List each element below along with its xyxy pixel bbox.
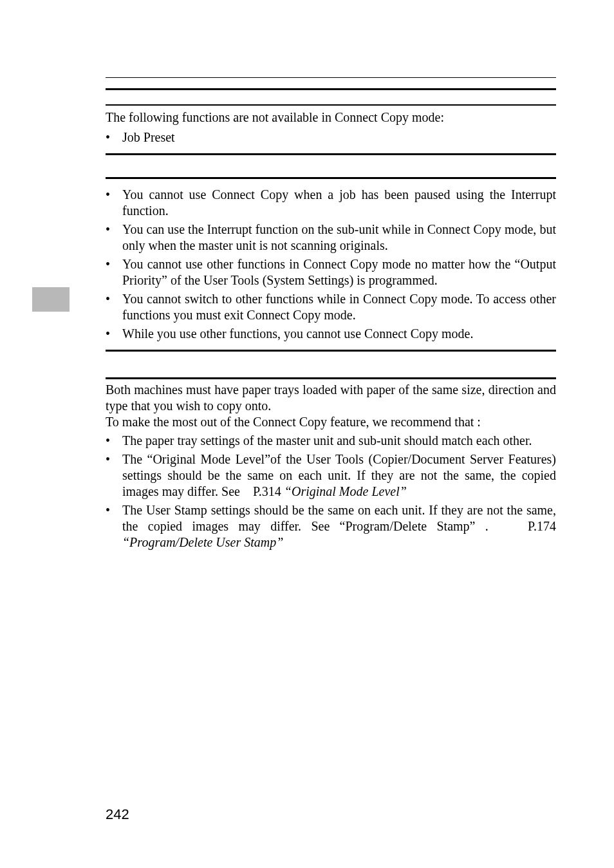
bullet-item: You can use the Interrupt function on th… xyxy=(106,222,556,254)
bullet-item: The User Stamp settings should be the sa… xyxy=(106,502,556,551)
bullet-item: While you use other functions, you canno… xyxy=(106,326,556,342)
paragraph: To make the most out of the Connect Copy… xyxy=(106,414,556,430)
bullet-item: Job Preset xyxy=(106,129,556,146)
divider xyxy=(106,104,556,106)
bullet-item: You cannot use Connect Copy when a job h… xyxy=(106,187,556,219)
paragraph: Both machines must have paper trays load… xyxy=(106,382,556,414)
bullet-text: The User Stamp settings should be the sa… xyxy=(122,503,556,533)
cross-reference: “Original Mode Level” xyxy=(284,484,407,498)
divider xyxy=(106,377,556,379)
bullet-item: You cannot use other functions in Connec… xyxy=(106,256,556,288)
section-side-tab xyxy=(32,287,70,312)
bullet-item: The “Original Mode Level”of the User Too… xyxy=(106,451,556,500)
cross-reference: “Program/Delete User Stamp” xyxy=(122,535,283,549)
bullet-item: You cannot switch to other functions whi… xyxy=(106,291,556,323)
page-number: 242 xyxy=(106,806,129,824)
section-lead-text: The following functions are not availabl… xyxy=(106,109,556,126)
bullet-item: The paper tray settings of the master un… xyxy=(106,433,556,449)
